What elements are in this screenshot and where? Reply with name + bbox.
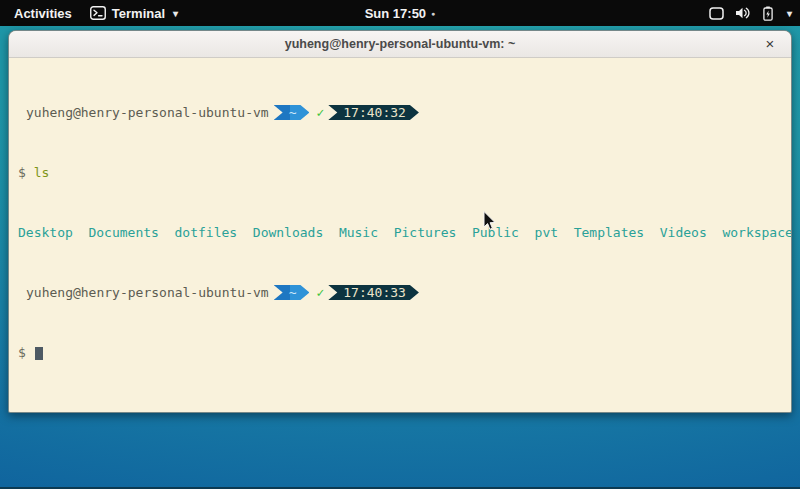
- activities-button[interactable]: Activities: [10, 6, 76, 21]
- desktop: { "panel": { "activities": "Activities",…: [0, 0, 800, 489]
- system-status-area[interactable]: ▾: [709, 0, 792, 26]
- clock-label: Sun 17:50: [365, 6, 426, 21]
- command-text: ls: [34, 165, 50, 180]
- window-titlebar[interactable]: yuheng@henry-personal-ubuntu-vm: ~ ×: [9, 31, 791, 58]
- window-title: yuheng@henry-personal-ubuntu-vm: ~: [9, 31, 791, 58]
- terminal-content[interactable]: yuheng@henry-personal-ubuntu-vm~✓17:40:3…: [9, 58, 791, 390]
- prompt-line: yuheng@henry-personal-ubuntu-vm~✓17:40:3…: [18, 105, 791, 120]
- app-menu-terminal[interactable]: Terminal ▾: [90, 6, 178, 21]
- text-cursor: [35, 347, 43, 360]
- ls-output: Desktop Documents dotfiles Downloads Mus…: [18, 225, 791, 240]
- terminal-icon: [90, 6, 106, 20]
- command-line: $ ls: [18, 165, 791, 180]
- mouse-pointer-icon: [483, 211, 497, 235]
- media-indicator-dot-icon: ●: [431, 10, 435, 17]
- panel-left: Activities Terminal ▾: [10, 6, 178, 21]
- powerline-path-segment: ~: [274, 285, 310, 300]
- powerline-time-segment: 17:40:32: [328, 105, 419, 120]
- prompt-line: yuheng@henry-personal-ubuntu-vm~✓17:40:3…: [18, 285, 791, 300]
- terminal-window: yuheng@henry-personal-ubuntu-vm: ~ × yuh…: [8, 30, 792, 413]
- status-check-icon: ✓: [316, 105, 324, 120]
- powerline-path-segment: ~: [274, 105, 310, 120]
- prompt-symbol: $: [18, 345, 26, 360]
- volume-icon: [736, 7, 751, 19]
- status-check-icon: ✓: [316, 285, 324, 300]
- chevron-down-icon: ▾: [787, 8, 792, 19]
- app-menu-label: Terminal: [112, 6, 165, 21]
- top-panel: Activities Terminal ▾ Sun 17:50 ●: [0, 0, 800, 26]
- battery-charging-icon: [763, 6, 773, 21]
- close-button[interactable]: ×: [759, 31, 781, 57]
- prompt-user: yuheng@henry-personal-ubuntu-vm: [18, 285, 269, 300]
- display-icon: [709, 7, 724, 20]
- chevron-down-icon: ▾: [173, 8, 178, 19]
- clock-button[interactable]: Sun 17:50 ●: [365, 6, 436, 21]
- input-line[interactable]: $: [18, 345, 791, 360]
- powerline-time-segment: 17:40:33: [328, 285, 419, 300]
- prompt-user: yuheng@henry-personal-ubuntu-vm: [18, 105, 269, 120]
- prompt-symbol: $: [18, 165, 26, 180]
